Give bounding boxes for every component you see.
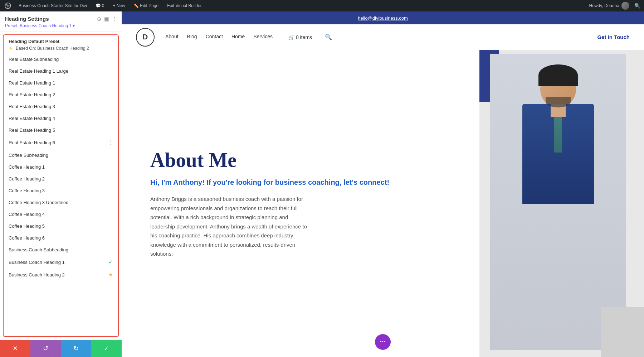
- preset-item-label: Business Coach Heading 1: [9, 260, 65, 265]
- screenshot-icon[interactable]: ⊙: [97, 16, 101, 22]
- preset-item[interactable]: Business Coach Subheading: [4, 244, 118, 256]
- preset-item-label: Business Coach Heading 2: [9, 272, 65, 278]
- site-content: About Me Hi, I'm Anthony! If you're look…: [122, 50, 644, 357]
- nav-cart[interactable]: 🛒 0 items: [288, 34, 312, 40]
- exit-visual-builder-item[interactable]: Exit Visual Builder: [165, 3, 204, 8]
- site-nav: D About Blog Contact Home Services 🛒 0 i…: [122, 24, 644, 50]
- nav-contact[interactable]: Contact: [206, 34, 223, 40]
- cancel-button[interactable]: ✕: [0, 340, 30, 357]
- site-topbar: hello@divibusiness.com: [122, 11, 644, 24]
- panel-header: Heading Settings ⊙ ▣ ⋮ Preset: Business …: [0, 11, 122, 32]
- nav-services[interactable]: Services: [253, 34, 273, 40]
- about-body: Anthony Briggs is a seasoned business co…: [150, 194, 308, 259]
- preset-dropdown[interactable]: Heading Default Preset ★ Based On: Busin…: [3, 34, 119, 337]
- preset-item[interactable]: Coffee Heading 3: [4, 185, 118, 197]
- preset-item-label: Coffee Heading 3: [9, 188, 45, 193]
- preset-item[interactable]: Real Estate Heading 2: [4, 89, 118, 101]
- howdy-section: Howdy, Deanna 🔍: [589, 2, 641, 10]
- preset-item-label: Coffee Heading 4: [9, 212, 45, 217]
- preset-item[interactable]: Business Coach Heading 2★: [4, 269, 118, 281]
- nav-blog[interactable]: Blog: [187, 34, 197, 40]
- preset-item-label: Business Coach Subheading: [9, 247, 68, 252]
- preset-item-label: Coffee Heading 2: [9, 176, 45, 182]
- preset-item-label: Coffee Subheading: [9, 153, 48, 158]
- based-on-row: ★ Based On: Business Coach Heading 2: [9, 44, 113, 51]
- redo-button[interactable]: ↻: [61, 340, 91, 357]
- nav-home[interactable]: Home: [231, 34, 245, 40]
- nav-about[interactable]: About: [165, 34, 179, 40]
- content-right: [479, 50, 644, 357]
- portrait-photo: [490, 54, 626, 350]
- fab-button[interactable]: •••: [375, 334, 391, 350]
- about-heading: About Me: [150, 149, 458, 172]
- panel-title-text: Heading Settings: [5, 16, 49, 22]
- howdy-label: Howdy, Deanna: [589, 3, 620, 8]
- layout-icon[interactable]: ▣: [104, 16, 109, 22]
- edit-page-bar-item[interactable]: ✏️ Edit Page: [132, 3, 161, 8]
- topbar-email[interactable]: hello@divibusiness.com: [358, 15, 408, 21]
- left-panel: Heading Settings ⊙ ▣ ⋮ Preset: Business …: [0, 11, 122, 357]
- preset-item-label: Coffee Heading 5: [9, 223, 45, 229]
- preset-item-label: Real Estate Heading 2: [9, 92, 55, 97]
- preset-item[interactable]: Coffee Heading 6: [4, 232, 118, 244]
- preset-arrow-icon: ▾: [73, 23, 75, 28]
- panel-title-icons: ⊙ ▣ ⋮: [97, 16, 117, 22]
- dots-icon: ⋮: [107, 139, 113, 146]
- preset-item[interactable]: Coffee Heading 4: [4, 208, 118, 220]
- new-bar-item[interactable]: + New: [111, 3, 127, 8]
- preset-item[interactable]: Business Coach Heading 1✓: [4, 256, 118, 269]
- preset-item-label: Real Estate Heading 6: [9, 140, 55, 145]
- preset-item[interactable]: Real Estate Heading 4: [4, 112, 118, 124]
- undo-button[interactable]: ↺: [30, 340, 61, 357]
- preset-item-label: Real Estate Heading 5: [9, 127, 55, 133]
- preset-label[interactable]: Preset: Business Coach Heading 1 ▾: [5, 23, 117, 28]
- preset-item[interactable]: Real Estate Heading 3: [4, 101, 118, 112]
- preset-item[interactable]: Real Estate Heading 5: [4, 124, 118, 136]
- preset-item[interactable]: Coffee Heading 5: [4, 220, 118, 232]
- site-preview: hello@divibusiness.com D About Blog Cont…: [122, 11, 644, 357]
- nav-search-icon[interactable]: 🔍: [325, 34, 332, 40]
- preset-item-label: Real Estate Heading 1 Large: [9, 68, 68, 74]
- preset-list: Real Estate SubheadingReal Estate Headin…: [4, 53, 118, 281]
- cart-count: 0 items: [296, 34, 312, 40]
- preset-item-label: Real Estate Heading 3: [9, 104, 55, 109]
- comments-bar-item[interactable]: 💬 0: [93, 3, 107, 8]
- more-icon[interactable]: ⋮: [112, 16, 117, 22]
- preset-item[interactable]: Real Estate Subheading: [4, 53, 118, 65]
- person-silhouette: [490, 54, 626, 350]
- save-button[interactable]: ✓: [91, 340, 122, 357]
- star-icon: ★: [108, 272, 113, 278]
- about-subheading: Hi, I'm Anthony! If you're looking for b…: [150, 177, 458, 187]
- cart-icon: 🛒: [288, 34, 294, 40]
- default-preset-heading: Heading Default Preset: [9, 39, 113, 44]
- preset-item[interactable]: Real Estate Heading 1 Large: [4, 65, 118, 77]
- wp-admin-bar: Business Coach Starter Site for Divi 💬 0…: [0, 0, 644, 11]
- preset-item-label: Real Estate Heading 4: [9, 116, 55, 121]
- nav-cta-button[interactable]: Get In Touch: [597, 34, 630, 40]
- comment-icon: 💬: [96, 3, 101, 8]
- preset-item-label: Coffee Heading 3 Underlined: [9, 200, 68, 205]
- search-icon-bar[interactable]: 🔍: [634, 3, 640, 9]
- preset-item-label: Coffee Heading 1: [9, 164, 45, 170]
- preset-item[interactable]: Coffee Subheading: [4, 149, 118, 161]
- preset-item-label: Coffee Heading 6: [9, 235, 45, 241]
- nav-links: About Blog Contact Home Services 🛒 0 ite…: [165, 34, 597, 40]
- preset-item[interactable]: Coffee Heading 1: [4, 161, 118, 173]
- panel-title-row: Heading Settings ⊙ ▣ ⋮: [5, 16, 117, 22]
- preset-item[interactable]: Coffee Heading 3 Underlined: [4, 197, 118, 208]
- preset-item-label: Real Estate Heading 1: [9, 80, 55, 86]
- based-on-label: Based On: Business Coach Heading 2: [16, 46, 89, 51]
- based-on-star-icon: ★: [9, 45, 13, 51]
- gray-box-decoration: [601, 307, 644, 357]
- bottom-bar: ✕ ↺ ↻ ✓: [0, 340, 122, 357]
- site-name-bar[interactable]: Business Coach Starter Site for Divi: [16, 3, 89, 8]
- main-layout: Heading Settings ⊙ ▣ ⋮ Preset: Business …: [0, 11, 644, 357]
- preset-item[interactable]: Real Estate Heading 1: [4, 77, 118, 89]
- content-left: About Me Hi, I'm Anthony! If you're look…: [122, 50, 479, 357]
- check-icon: ✓: [108, 259, 113, 265]
- preset-item[interactable]: Coffee Heading 2: [4, 173, 118, 185]
- preset-item-label: Real Estate Subheading: [9, 57, 59, 62]
- preset-item[interactable]: Real Estate Heading 6⋮: [4, 136, 118, 149]
- fab-icon: •••: [380, 339, 386, 344]
- wp-logo-icon[interactable]: [4, 1, 12, 10]
